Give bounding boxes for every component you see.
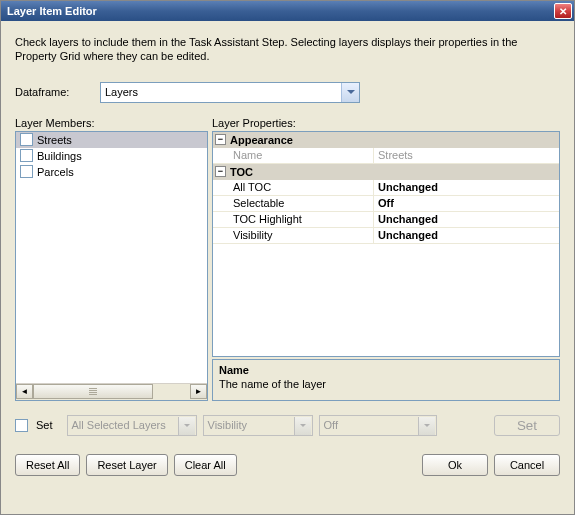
columns-header: Layer Members: Layer Properties: — [15, 117, 560, 129]
prop-row-alltoc[interactable]: All TOC Unchanged — [213, 180, 559, 196]
set-select-value: All Selected Layers — [72, 419, 166, 431]
panels: Streets Buildings Parcels ◄ — [15, 131, 560, 401]
reset-all-button[interactable]: Reset All — [15, 454, 80, 476]
prop-row-name[interactable]: Name Streets — [213, 148, 559, 164]
member-item-buildings[interactable]: Buildings — [16, 148, 207, 164]
scroll-thumb[interactable] — [33, 384, 153, 399]
member-item-streets[interactable]: Streets — [16, 132, 207, 148]
prop-value: Streets — [373, 148, 559, 163]
instruction-text: Check layers to include them in the Task… — [15, 35, 560, 64]
prop-name: Visibility — [213, 228, 373, 243]
horizontal-scrollbar[interactable]: ◄ ► — [16, 383, 207, 400]
description-text: The name of the layer — [219, 378, 553, 390]
dataframe-select[interactable] — [100, 82, 360, 103]
checkbox-streets[interactable] — [20, 133, 33, 146]
window-title: Layer Item Editor — [7, 5, 97, 17]
scroll-track[interactable] — [33, 384, 190, 399]
members-label: Layer Members: — [15, 117, 212, 129]
member-label: Parcels — [37, 166, 74, 178]
chevron-down-icon — [418, 417, 435, 435]
set-checkbox[interactable] — [15, 419, 28, 432]
ok-button[interactable]: Ok — [422, 454, 488, 476]
content-area: Check layers to include them in the Task… — [1, 21, 574, 514]
section-appearance[interactable]: − Appearance — [213, 132, 559, 148]
close-icon: ✕ — [559, 6, 567, 17]
prop-row-tochighlight[interactable]: TOC Highlight Unchanged — [213, 212, 559, 228]
close-button[interactable]: ✕ — [554, 3, 572, 19]
clear-all-button[interactable]: Clear All — [174, 454, 237, 476]
chevron-down-icon — [178, 417, 195, 435]
prop-value: Off — [373, 196, 559, 211]
property-grid[interactable]: − Appearance Name Streets − TOC All TOC … — [212, 131, 560, 357]
titlebar: Layer Item Editor ✕ — [1, 1, 574, 21]
prop-name: TOC Highlight — [213, 212, 373, 227]
collapse-icon[interactable]: − — [215, 166, 226, 177]
set-select-value: Visibility — [208, 419, 248, 431]
members-list[interactable]: Streets Buildings Parcels — [16, 132, 207, 383]
section-title: Appearance — [230, 134, 293, 146]
set-value-select: Off — [319, 415, 437, 436]
dataframe-label: Dataframe: — [15, 86, 100, 98]
set-layers-select: All Selected Layers — [67, 415, 197, 436]
bottom-button-row: Reset All Reset Layer Clear All Ok Cance… — [15, 454, 560, 476]
description-panel: Name The name of the layer — [212, 359, 560, 401]
section-toc[interactable]: − TOC — [213, 164, 559, 180]
member-label: Streets — [37, 134, 72, 146]
prop-name: Selectable — [213, 196, 373, 211]
description-title: Name — [219, 364, 553, 376]
set-row: Set All Selected Layers Visibility Off S… — [15, 411, 560, 440]
prop-value: Unchanged — [373, 180, 559, 195]
section-title: TOC — [230, 166, 253, 178]
prop-name: All TOC — [213, 180, 373, 195]
set-checkbox-label: Set — [36, 419, 53, 431]
set-select-value: Off — [324, 419, 338, 431]
dialog-window: Layer Item Editor ✕ Check layers to incl… — [0, 0, 575, 515]
prop-value: Unchanged — [373, 228, 559, 243]
set-property-select: Visibility — [203, 415, 313, 436]
properties-label: Layer Properties: — [212, 117, 560, 129]
properties-panel: − Appearance Name Streets − TOC All TOC … — [212, 131, 560, 401]
prop-row-visibility[interactable]: Visibility Unchanged — [213, 228, 559, 244]
scroll-left-button[interactable]: ◄ — [16, 384, 33, 399]
cancel-button[interactable]: Cancel — [494, 454, 560, 476]
dataframe-select-wrap — [100, 82, 360, 103]
reset-layer-button[interactable]: Reset Layer — [86, 454, 167, 476]
set-button: Set — [494, 415, 560, 436]
prop-value: Unchanged — [373, 212, 559, 227]
prop-name: Name — [213, 148, 373, 163]
set-checkbox-wrap[interactable]: Set — [15, 419, 53, 432]
checkbox-buildings[interactable] — [20, 149, 33, 162]
chevron-down-icon — [294, 417, 311, 435]
dataframe-row: Dataframe: — [15, 82, 560, 103]
scroll-right-button[interactable]: ► — [190, 384, 207, 399]
members-panel: Streets Buildings Parcels ◄ — [15, 131, 208, 401]
member-item-parcels[interactable]: Parcels — [16, 164, 207, 180]
prop-row-selectable[interactable]: Selectable Off — [213, 196, 559, 212]
checkbox-parcels[interactable] — [20, 165, 33, 178]
collapse-icon[interactable]: − — [215, 134, 226, 145]
member-label: Buildings — [37, 150, 82, 162]
